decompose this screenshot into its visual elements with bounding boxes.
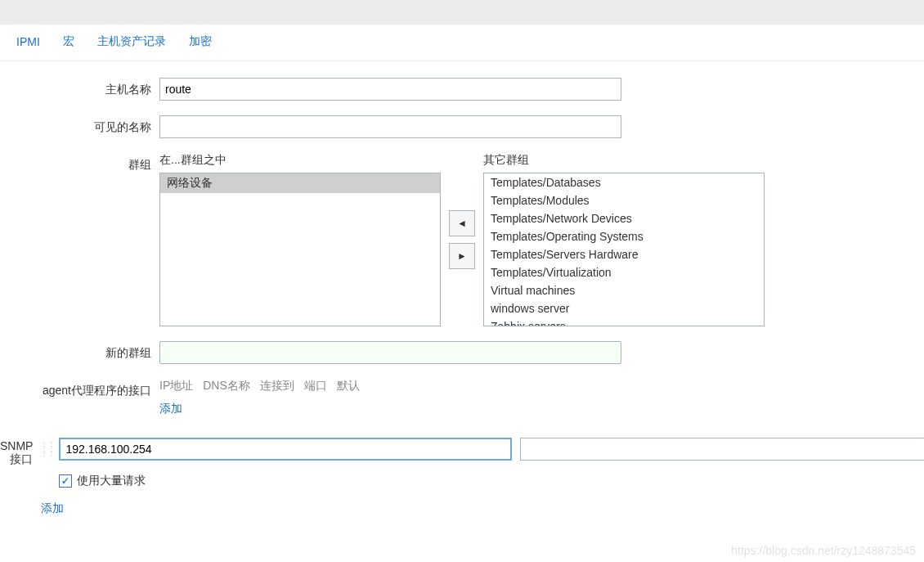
snmp-dns-input[interactable] [520, 438, 924, 461]
move-right-button[interactable]: ► [449, 243, 475, 269]
label-hostname: 主机名称 [0, 78, 159, 97]
drag-handle-icon[interactable]: ⋮⋮⋮⋮⋮⋮ [41, 443, 51, 456]
label-snmp-interface: SNMP接口 [0, 434, 41, 467]
tab-encrypt[interactable]: 加密 [189, 34, 212, 49]
list-item[interactable]: 网络设备 [160, 173, 440, 193]
in-groups-listbox[interactable]: 网络设备 [159, 173, 441, 326]
label-agent-interface: agent代理程序的接口 [0, 379, 159, 398]
tabs-bar: IPMI 宏 主机资产记录 加密 [0, 25, 924, 61]
iface-head-dns: DNS名称 [203, 379, 250, 393]
list-item[interactable]: windows server [484, 299, 764, 317]
list-item[interactable]: Templates/Network Devices [484, 209, 764, 227]
host-form: 主机名称 可见的名称 群组 在...群组之中 网络设备 ◄ ► [0, 61, 924, 516]
move-left-button[interactable]: ◄ [449, 210, 475, 236]
hostname-input[interactable] [159, 78, 621, 101]
list-item[interactable]: Templates/Operating Systems [484, 227, 764, 245]
visiblename-input[interactable] [159, 115, 621, 138]
new-group-input[interactable] [159, 341, 621, 364]
bulk-checkbox[interactable] [59, 474, 72, 488]
label-visiblename: 可见的名称 [0, 115, 159, 135]
tab-inventory[interactable]: 主机资产记录 [97, 34, 166, 49]
label-newgroup: 新的群组 [0, 341, 159, 361]
iface-head-port: 端口 [304, 379, 327, 393]
list-item[interactable]: Templates/Servers Hardware [484, 245, 764, 263]
iface-head-default: 默认 [337, 379, 360, 393]
iface-head-ip: IP地址 [159, 379, 193, 393]
snmp-add-link[interactable]: 添加 [41, 501, 64, 515]
top-bar [0, 0, 924, 25]
list-item[interactable]: Zabbix servers [484, 317, 764, 326]
list-item[interactable]: Templates/Databases [484, 173, 764, 191]
other-groups-header: 其它群组 [483, 153, 765, 173]
tab-macro[interactable]: 宏 [63, 34, 74, 49]
iface-head-connect: 连接到 [260, 379, 294, 393]
tab-ipmi[interactable]: IPMI [16, 35, 40, 48]
agent-add-link[interactable]: 添加 [159, 402, 182, 415]
list-item[interactable]: Templates/Modules [484, 191, 764, 209]
other-groups-listbox[interactable]: Templates/Databases Templates/Modules Te… [483, 173, 765, 326]
list-item[interactable]: Virtual machines [484, 281, 764, 299]
list-item[interactable]: Templates/Virtualization [484, 263, 764, 281]
label-groups: 群组 [0, 153, 159, 173]
in-groups-header: 在...群组之中 [159, 153, 441, 173]
bulk-label: 使用大量请求 [77, 474, 146, 488]
snmp-ip-input[interactable] [59, 438, 511, 461]
